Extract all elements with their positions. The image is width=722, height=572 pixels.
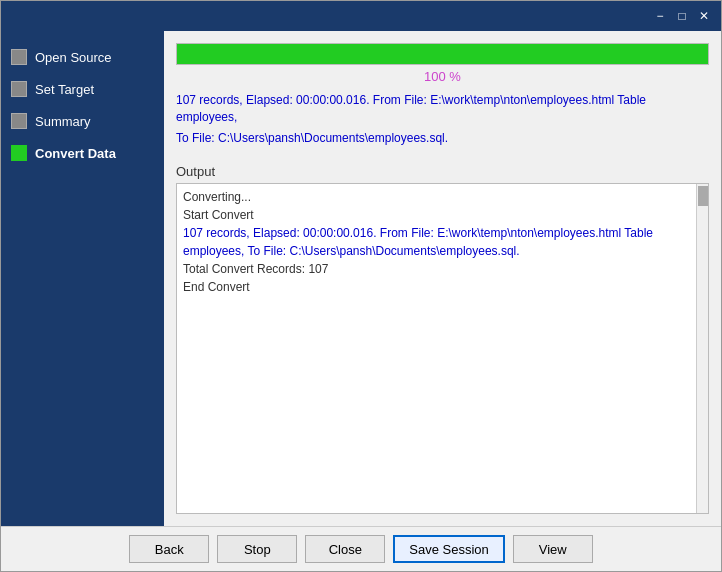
main-panel: 100 % 107 records, Elapsed: 00:00:00.016… (164, 31, 721, 526)
sidebar-item-convert-data[interactable]: Convert Data (1, 137, 164, 169)
back-button[interactable]: Back (129, 535, 209, 563)
output-line: Start Convert (183, 206, 702, 224)
output-line: Total Convert Records: 107 (183, 260, 702, 278)
open-source-label: Open Source (35, 50, 112, 65)
main-window: − □ ✕ Open Source Set Target Summary Con… (0, 0, 722, 572)
scrollbar-thumb[interactable] (698, 186, 708, 206)
save-session-button[interactable]: Save Session (393, 535, 505, 563)
status-line-1: 107 records, Elapsed: 00:00:00.016. From… (176, 92, 709, 126)
output-section: Output Converting...Start Convert107 rec… (176, 164, 709, 514)
summary-icon (11, 113, 27, 129)
close-button[interactable]: Close (305, 535, 385, 563)
output-line: 107 records, Elapsed: 00:00:00.016. From… (183, 224, 702, 242)
output-box[interactable]: Converting...Start Convert107 records, E… (176, 183, 709, 514)
footer: BackStopCloseSave SessionView (1, 526, 721, 571)
maximize-button[interactable]: □ (673, 7, 691, 25)
progress-percent: 100 % (176, 69, 709, 84)
status-line-2: To File: C:\Users\pansh\Documents\employ… (176, 130, 709, 147)
content-area: Open Source Set Target Summary Convert D… (1, 31, 721, 526)
progress-bar-container (176, 43, 709, 65)
sidebar-item-summary[interactable]: Summary (1, 105, 164, 137)
window-controls: − □ ✕ (651, 7, 713, 25)
set-target-icon (11, 81, 27, 97)
progress-section: 100 % 107 records, Elapsed: 00:00:00.016… (176, 43, 709, 150)
view-button[interactable]: View (513, 535, 593, 563)
sidebar-item-open-source[interactable]: Open Source (1, 41, 164, 73)
set-target-label: Set Target (35, 82, 94, 97)
sidebar-item-set-target[interactable]: Set Target (1, 73, 164, 105)
title-bar: − □ ✕ (1, 1, 721, 31)
close-button[interactable]: ✕ (695, 7, 713, 25)
output-line: Converting... (183, 188, 702, 206)
output-line: employees, To File: C:\Users\pansh\Docum… (183, 242, 702, 260)
minimize-button[interactable]: − (651, 7, 669, 25)
progress-bar-fill (177, 44, 708, 64)
output-label: Output (176, 164, 709, 179)
convert-data-icon (11, 145, 27, 161)
output-line: End Convert (183, 278, 702, 296)
summary-label: Summary (35, 114, 91, 129)
stop-button[interactable]: Stop (217, 535, 297, 563)
scrollbar[interactable] (696, 184, 708, 513)
convert-data-label: Convert Data (35, 146, 116, 161)
sidebar: Open Source Set Target Summary Convert D… (1, 31, 164, 526)
open-source-icon (11, 49, 27, 65)
